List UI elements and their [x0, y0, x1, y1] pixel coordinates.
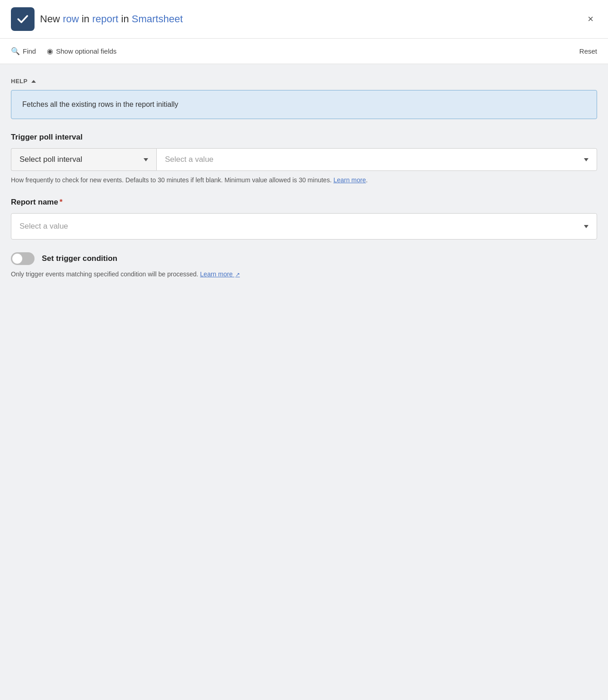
trigger-learn-more-link[interactable]: Learn more ↗	[200, 270, 239, 278]
help-header[interactable]: HELP	[11, 78, 597, 85]
close-button[interactable]: ×	[584, 11, 597, 27]
poll-interval-section: Trigger poll interval Select poll interv…	[11, 133, 597, 185]
required-indicator: *	[60, 198, 63, 206]
report-name-placeholder: Select a value	[20, 222, 68, 231]
trigger-condition-toggle[interactable]	[11, 252, 35, 265]
select-poll-interval-dropdown[interactable]: Select poll interval	[11, 148, 156, 171]
poll-interval-placeholder: Select poll interval	[20, 155, 82, 164]
dropdown-arrow-icon-2	[584, 158, 588, 161]
external-link-icon: ↗	[235, 271, 240, 278]
app-logo	[11, 7, 35, 31]
help-description-text: Fetches all the existing rows in the rep…	[22, 100, 178, 108]
eye-icon: ◉	[47, 47, 53, 55]
poll-interval-row: Select poll interval Select a value	[11, 148, 597, 171]
dropdown-arrow-icon	[144, 158, 148, 161]
poll-value-dropdown[interactable]: Select a value	[156, 148, 597, 171]
poll-learn-more-link[interactable]: Learn more	[334, 176, 366, 184]
report-name-label: Report name*	[11, 198, 597, 207]
report-name-section: Report name* Select a value	[11, 198, 597, 240]
page-title: New row in report in Smartsheet	[40, 13, 183, 25]
toolbar-left: 🔍 Find ◉ Show optional fields	[11, 45, 117, 57]
help-label: HELP	[11, 78, 28, 85]
trigger-condition-section: Set trigger condition Only trigger event…	[11, 252, 597, 279]
toolbar: 🔍 Find ◉ Show optional fields Reset	[0, 39, 608, 64]
header-left: New row in report in Smartsheet	[11, 7, 183, 31]
reset-button[interactable]: Reset	[579, 47, 597, 55]
poll-interval-help-text: How frequently to check for new events. …	[11, 175, 597, 185]
app-header: New row in report in Smartsheet ×	[0, 0, 608, 39]
help-section: HELP Fetches all the existing rows in th…	[11, 78, 597, 119]
chevron-up-icon	[31, 80, 36, 83]
report-dropdown-arrow-icon	[584, 225, 588, 228]
trigger-condition-help-text: Only trigger events matching specified c…	[11, 270, 597, 279]
toggle-row: Set trigger condition	[11, 252, 597, 265]
poll-value-placeholder: Select a value	[165, 155, 214, 164]
main-content: HELP Fetches all the existing rows in th…	[0, 64, 608, 700]
toggle-track[interactable]	[11, 252, 35, 265]
trigger-condition-label: Set trigger condition	[42, 254, 117, 263]
show-optional-fields-button[interactable]: ◉ Show optional fields	[47, 45, 116, 57]
help-description-box: Fetches all the existing rows in the rep…	[11, 90, 597, 119]
poll-interval-label: Trigger poll interval	[11, 133, 597, 142]
toggle-thumb	[12, 254, 22, 264]
search-icon: 🔍	[11, 47, 20, 55]
find-button[interactable]: 🔍 Find	[11, 45, 36, 57]
report-name-dropdown[interactable]: Select a value	[11, 213, 597, 240]
